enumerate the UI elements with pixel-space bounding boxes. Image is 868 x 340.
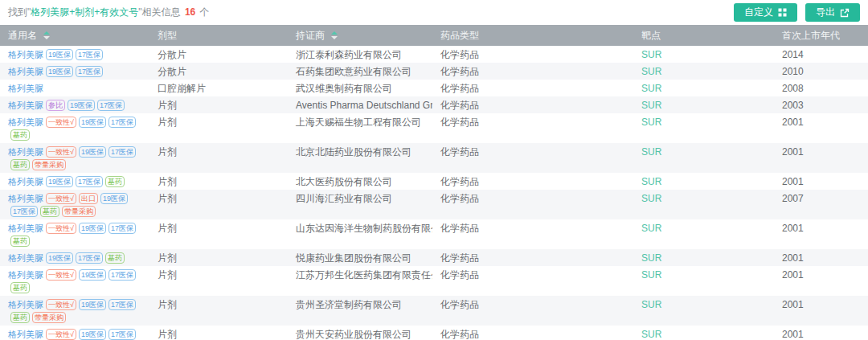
target-link[interactable]: SUR — [641, 329, 661, 340]
tag-一致性√: 一致性√ — [46, 329, 76, 340]
toolbar-actions: 自定义 导出 — [726, 3, 860, 22]
dosage-form-cell: 片剂 — [149, 113, 288, 143]
dosage-form-cell: 分散片 — [149, 63, 288, 80]
generic-name-link[interactable]: 格列美脲 — [8, 117, 43, 127]
tag-基药: 基药 — [10, 129, 30, 141]
generic-name-cell: 格列美脲一致性√19医保17医保基药带量采购 — [0, 143, 149, 173]
tag-19医保: 19医保 — [79, 329, 106, 340]
tag-基药: 基药 — [10, 282, 30, 293]
target-cell: SUR — [633, 219, 774, 249]
table-row: 格列美脲19医保17医保 分散片 石药集团欧意药业有限公司 化学药品 SUR 2… — [0, 63, 868, 80]
column-header-label: 首次上市年代 — [782, 30, 840, 41]
holder-cell: 上海天赐福生物工程有限公司 — [288, 113, 432, 143]
drug-type-cell: 化学药品 — [432, 173, 633, 190]
generic-name-link[interactable]: 格列美脲 — [8, 100, 43, 110]
table-row: 格列美脲一致性√19医保17医保基药 片剂 江苏万邦生化医药集团有限责任公司 化… — [0, 266, 868, 296]
table-row: 格列美脲 口腔崩解片 武汉维奥制药有限公司 化学药品 SUR 2008 — [0, 80, 868, 96]
generic-name-link[interactable]: 格列美脲 — [8, 194, 43, 203]
table-row: 格列美脲一致性√19医保17医保基药带量采购 片剂 贵州圣济堂制药有限公司 化学… — [0, 296, 868, 326]
search-keyword: 格列美脲+制剂+有效文号 — [31, 6, 138, 18]
target-link[interactable]: SUR — [641, 117, 661, 128]
target-link[interactable]: SUR — [641, 193, 661, 204]
target-link[interactable]: SUR — [641, 49, 661, 60]
tag-带量采购: 带量采购 — [62, 206, 96, 217]
target-link[interactable]: SUR — [641, 66, 661, 77]
target-link[interactable]: SUR — [641, 252, 661, 264]
year-cell: 2001 — [774, 173, 868, 190]
year-cell: 2001 — [774, 326, 868, 340]
tag-19医保: 19医保 — [79, 117, 106, 128]
column-header-generic-name[interactable]: 通用名 — [0, 25, 149, 46]
tag-17医保: 17医保 — [97, 100, 125, 111]
generic-name-link[interactable]: 格列美脲 — [8, 330, 43, 339]
drug-type-cell: 化学药品 — [432, 143, 633, 173]
table-row: 格列美脲19医保17医保基药 片剂 悦康药业集团股份有限公司 化学药品 SUR … — [0, 249, 868, 266]
generic-name-cell: 格列美脲一致性√19医保17医保基药 — [0, 266, 149, 296]
topbar: 找到"格列美脲+制剂+有效文号"相关信息 16 个 自定义 导出 — [0, 0, 868, 25]
tag-17医保: 17医保 — [76, 176, 103, 187]
year-cell: 2001 — [774, 219, 868, 249]
tag-带量采购: 带量采购 — [32, 312, 66, 323]
target-link[interactable]: SUR — [641, 83, 661, 94]
target-link[interactable]: SUR — [641, 223, 661, 234]
sort-icon[interactable] — [331, 31, 338, 39]
tag-基药: 基药 — [10, 159, 30, 170]
target-cell: SUR — [633, 46, 774, 63]
generic-name-link[interactable]: 格列美脲 — [8, 253, 43, 263]
generic-name-link[interactable]: 格列美脲 — [8, 300, 43, 309]
generic-name-link[interactable]: 格列美脲 — [8, 270, 43, 280]
column-header-holder[interactable]: 持证商 — [288, 25, 432, 46]
drug-type-cell: 化学药品 — [432, 63, 633, 80]
generic-name-link[interactable]: 格列美脲 — [8, 50, 43, 59]
drug-type-cell: 化学药品 — [432, 113, 633, 143]
target-link[interactable]: SUR — [641, 176, 661, 187]
generic-name-link[interactable]: 格列美脲 — [8, 223, 43, 233]
generic-name-cell: 格列美脲19医保17医保基药 — [0, 249, 149, 266]
tag-19医保: 19医保 — [46, 49, 73, 60]
tag-17医保: 17医保 — [76, 252, 103, 264]
result-unit: 个 — [200, 6, 210, 18]
dosage-form-cell: 片剂 — [149, 249, 288, 266]
tag-带量采购: 带量采购 — [32, 159, 66, 170]
target-link[interactable]: SUR — [641, 299, 661, 310]
grid-icon — [778, 8, 787, 17]
export-button[interactable]: 导出 — [805, 3, 860, 22]
generic-name-cell: 格列美脲19医保17医保 — [0, 63, 149, 80]
generic-name-link[interactable]: 格列美脲 — [8, 147, 43, 157]
holder-cell: Aventis Pharma Deutschland GmbH. — [288, 96, 432, 113]
generic-name-link[interactable]: 格列美脲 — [8, 84, 43, 93]
table-row: 格列美脲一致性√19医保17医保基药带量采购 片剂 北京北陆药业股份有限公司 化… — [0, 143, 868, 173]
holder-cell: 贵州天安药业股份有限公司 — [288, 326, 432, 340]
sort-icon[interactable] — [43, 31, 50, 39]
tag-一致性√: 一致性√ — [46, 193, 76, 204]
holder-cell: 浙江泰利森药业有限公司 — [288, 46, 432, 63]
customize-button[interactable]: 自定义 — [734, 3, 797, 22]
generic-name-cell: 格列美脲一致性√19医保17医保基药 — [0, 219, 149, 249]
results-table: 通用名 剂型 持证商 药品类型 靶点 首次上市年代 格列美脲19医保17医保 分… — [0, 25, 868, 340]
tag-17医保: 17医保 — [10, 206, 38, 217]
target-cell: SUR — [633, 173, 774, 190]
generic-name-link[interactable]: 格列美脲 — [8, 177, 43, 186]
year-cell: 2001 — [774, 266, 868, 296]
holder-cell: 悦康药业集团股份有限公司 — [288, 249, 432, 266]
tag-19医保: 19医保 — [68, 100, 95, 111]
generic-name-link[interactable]: 格列美脲 — [8, 67, 43, 76]
tag-17医保: 17医保 — [108, 299, 136, 310]
generic-name-cell: 格列美脲一致性√19医保17医保基药 — [0, 326, 149, 340]
year-cell: 2007 — [774, 190, 868, 219]
target-link[interactable]: SUR — [641, 269, 661, 281]
tag-基药: 基药 — [105, 252, 125, 264]
tag-list: 19医保17医保基药 — [43, 176, 125, 187]
table-row: 格列美脲19医保17医保基药 片剂 北大医药股份有限公司 化学药品 SUR 20… — [0, 173, 868, 190]
tag-19医保: 19医保 — [46, 176, 73, 187]
dosage-form-cell: 片剂 — [149, 96, 288, 113]
tag-17医保: 17医保 — [76, 49, 103, 60]
holder-cell: 北大医药股份有限公司 — [288, 173, 432, 190]
generic-name-cell: 格列美脲一致性√19医保17医保基药 — [0, 113, 149, 143]
target-link[interactable]: SUR — [641, 146, 661, 158]
column-header-first-launch-year: 首次上市年代 — [774, 25, 868, 46]
table-row: 格列美脲参比19医保17医保 片剂 Aventis Pharma Deutsch… — [0, 96, 868, 113]
table-row: 格列美脲一致性√19医保17医保基药 片剂 山东达因海洋生物制药股份有限公司 化… — [0, 219, 868, 249]
drug-type-cell: 化学药品 — [432, 249, 633, 266]
target-link[interactable]: SUR — [641, 100, 661, 111]
